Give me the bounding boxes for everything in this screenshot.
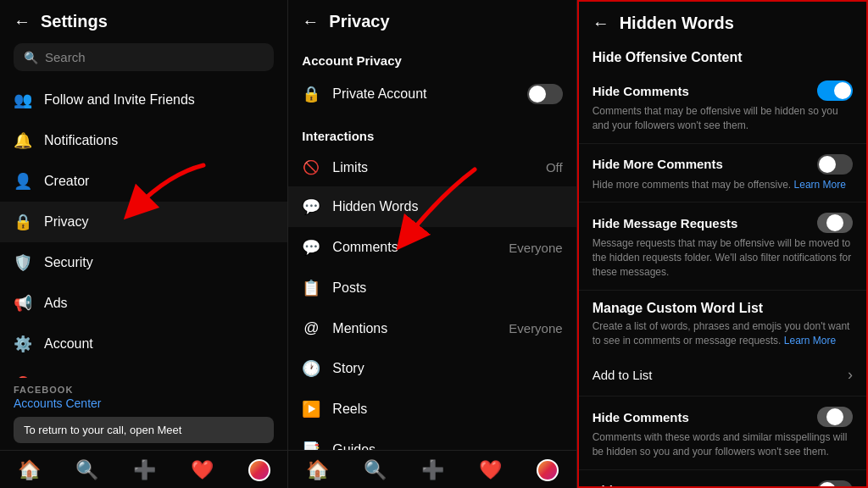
- hidden-words-title: Hidden Words: [620, 14, 734, 33]
- add-to-list-label: Add to List: [593, 368, 653, 382]
- toggle-knob: [529, 86, 546, 103]
- hide-message-requests-toggle[interactable]: [817, 213, 853, 233]
- settings-item-privacy[interactable]: 🔒 Privacy: [0, 202, 287, 242]
- comments-icon: 💬: [302, 238, 320, 257]
- search-icon-p2[interactable]: 🔍: [364, 459, 387, 481]
- interactions-header: Interactions: [288, 115, 576, 148]
- guides-label: Guides: [332, 442, 376, 450]
- settings-item-creator[interactable]: 👤 Creator: [0, 161, 287, 202]
- hide-comments-toggle[interactable]: [817, 80, 853, 101]
- settings-bottom-bar: 🏠 🔍 ➕ ❤️: [0, 450, 287, 488]
- settings-item-notifications[interactable]: 🔔 Notifications: [0, 120, 287, 161]
- follow-label: Follow and Invite Friends: [44, 92, 195, 108]
- limits-value: Off: [546, 160, 563, 175]
- mentions-value: Everyone: [509, 321, 562, 336]
- avatar[interactable]: [248, 459, 270, 481]
- account-label: Account: [44, 336, 93, 352]
- hide-message-requests-custom-item: Hide Message Requests Message requests c…: [579, 470, 866, 486]
- settings-footer: FACEBOOK Accounts Center: [0, 378, 287, 417]
- privacy-panel: ← Privacy Account Privacy 🔒 Private Acco…: [288, 0, 576, 488]
- privacy-item-posts[interactable]: 📋 Posts: [288, 268, 576, 308]
- limits-icon: 🚫: [302, 159, 320, 175]
- toggle-knob-0: [834, 82, 851, 99]
- offensive-content-header: Hide Offensive Content: [579, 42, 866, 70]
- settings-item-ads[interactable]: 📢 Ads: [0, 283, 287, 324]
- privacy-icon: 🔒: [14, 213, 32, 231]
- hide-comments-row: Hide Comments: [593, 80, 853, 101]
- accounts-center-link[interactable]: Accounts Center: [14, 396, 274, 410]
- heart-icon[interactable]: ❤️: [191, 459, 214, 481]
- follow-icon: 👥: [14, 91, 32, 109]
- hide-comments-item: Hide Comments Comments that may be offen…: [579, 70, 866, 144]
- security-label: Security: [44, 255, 93, 270]
- avatar-p2[interactable]: [537, 459, 559, 481]
- search-bottom-icon[interactable]: 🔍: [75, 459, 98, 481]
- settings-title: Settings: [41, 12, 108, 31]
- hide-more-comments-toggle[interactable]: [817, 154, 853, 175]
- mentions-icon: @: [302, 319, 320, 337]
- privacy-item-story[interactable]: 🕐 Story: [288, 348, 576, 389]
- help-label: Help: [44, 377, 72, 378]
- home-icon[interactable]: 🏠: [18, 459, 41, 481]
- hide-comments-desc: Comments that may be offensive will be h…: [593, 104, 853, 133]
- back-arrow-hidden-words[interactable]: ←: [593, 14, 609, 33]
- back-arrow-settings[interactable]: ←: [14, 12, 31, 31]
- privacy-item-limits[interactable]: 🚫 Limits Off: [288, 148, 576, 186]
- reels-label: Reels: [332, 402, 367, 417]
- ads-label: Ads: [44, 296, 68, 311]
- private-account-toggle[interactable]: [527, 84, 563, 104]
- privacy-item-reels[interactable]: ▶️ Reels: [288, 389, 576, 430]
- privacy-item-hidden-words[interactable]: 💬 Hidden Words: [288, 186, 576, 227]
- privacy-item-mentions[interactable]: @ Mentions Everyone: [288, 308, 576, 348]
- reels-icon: ▶️: [302, 400, 320, 419]
- hide-message-requests-item: Hide Message Requests Message requests t…: [579, 202, 866, 290]
- account-icon: ⚙️: [14, 335, 32, 353]
- settings-item-help[interactable]: ❓ Help: [0, 364, 287, 378]
- hide-more-comments-desc: Hide more comments that may be offensive…: [593, 178, 853, 192]
- privacy-item-comments[interactable]: 💬 Comments Everyone: [288, 227, 576, 268]
- private-account-icon: 🔒: [302, 85, 320, 103]
- notifications-icon: 🔔: [14, 131, 32, 150]
- add-to-list-row[interactable]: Add to List ›: [579, 354, 866, 396]
- privacy-item-private-account[interactable]: 🔒 Private Account: [288, 73, 576, 115]
- meet-tooltip[interactable]: To return to your call, open Meet: [14, 417, 274, 443]
- hide-more-comments-row: Hide More Comments: [593, 154, 853, 175]
- mentions-label: Mentions: [332, 321, 387, 336]
- privacy-title: Privacy: [329, 12, 389, 31]
- add-icon-p2[interactable]: ➕: [421, 459, 444, 481]
- hide-comments-custom-toggle[interactable]: [817, 407, 853, 427]
- search-bar[interactable]: 🔍 Search: [14, 43, 274, 71]
- hide-comments-title: Hide Comments: [593, 84, 689, 98]
- settings-item-account[interactable]: ⚙️ Account: [0, 324, 287, 364]
- search-placeholder: Search: [45, 50, 86, 64]
- hide-more-comments-item: Hide More Comments Hide more comments th…: [579, 144, 866, 203]
- hide-comments-custom-row: Hide Comments: [593, 407, 853, 427]
- learn-more-link-1[interactable]: Learn More: [794, 179, 846, 191]
- hide-message-requests-title: Hide Message Requests: [593, 216, 738, 230]
- settings-item-follow[interactable]: 👥 Follow and Invite Friends: [0, 80, 287, 120]
- creator-label: Creator: [44, 174, 89, 189]
- hide-comments-custom-title: Hide Comments: [593, 410, 689, 424]
- guides-icon: 📑: [302, 441, 320, 450]
- posts-icon: 📋: [302, 279, 320, 297]
- learn-more-link-2[interactable]: Learn More: [784, 335, 836, 347]
- settings-menu-list: 👥 Follow and Invite Friends 🔔 Notificati…: [0, 80, 287, 378]
- posts-label: Posts: [332, 280, 366, 296]
- hidden-words-icon: 💬: [302, 197, 320, 216]
- hide-message-requests-desc: Message requests that may be offensive w…: [593, 236, 853, 279]
- privacy-menu-list: Account Privacy 🔒 Private Account Intera…: [288, 40, 576, 450]
- add-icon[interactable]: ➕: [133, 459, 156, 481]
- facebook-label: FACEBOOK: [14, 385, 274, 395]
- heart-icon-p2[interactable]: ❤️: [479, 459, 502, 481]
- hide-message-requests-custom-toggle[interactable]: [817, 480, 853, 486]
- home-icon-p2[interactable]: 🏠: [306, 459, 329, 481]
- hidden-words-label: Hidden Words: [332, 199, 418, 214]
- privacy-item-guides[interactable]: 📑 Guides: [288, 430, 576, 450]
- search-icon: 🔍: [24, 51, 38, 64]
- security-icon: 🛡️: [14, 253, 32, 272]
- back-arrow-privacy[interactable]: ←: [302, 12, 319, 31]
- settings-item-security[interactable]: 🛡️ Security: [0, 242, 287, 283]
- toggle-knob-3: [826, 408, 843, 425]
- settings-header: ← Settings: [0, 0, 287, 40]
- creator-icon: 👤: [14, 172, 32, 191]
